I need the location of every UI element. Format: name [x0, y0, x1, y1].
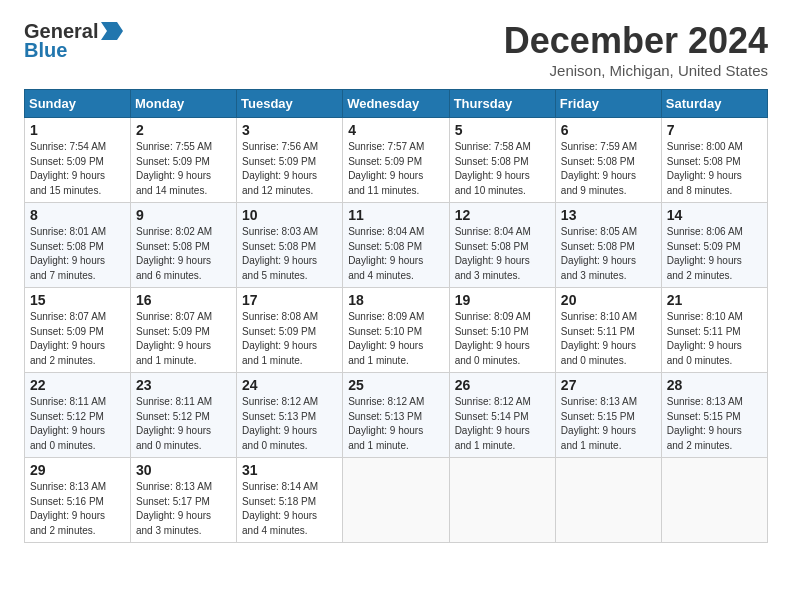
day-info: Sunrise: 8:00 AM Sunset: 5:08 PM Dayligh… [667, 140, 762, 198]
day-number: 9 [136, 207, 231, 223]
page-header: General Blue December 2024 Jenison, Mich… [24, 20, 768, 79]
day-info: Sunrise: 8:02 AM Sunset: 5:08 PM Dayligh… [136, 225, 231, 283]
weekday-header: Friday [555, 90, 661, 118]
calendar-cell: 7Sunrise: 8:00 AM Sunset: 5:08 PM Daylig… [661, 118, 767, 203]
day-info: Sunrise: 7:57 AM Sunset: 5:09 PM Dayligh… [348, 140, 443, 198]
day-info: Sunrise: 7:56 AM Sunset: 5:09 PM Dayligh… [242, 140, 337, 198]
day-number: 18 [348, 292, 443, 308]
logo-blue: Blue [24, 39, 67, 61]
day-number: 10 [242, 207, 337, 223]
day-number: 25 [348, 377, 443, 393]
day-number: 3 [242, 122, 337, 138]
calendar-cell [449, 458, 555, 543]
day-info: Sunrise: 8:12 AM Sunset: 5:13 PM Dayligh… [348, 395, 443, 453]
calendar-cell: 26Sunrise: 8:12 AM Sunset: 5:14 PM Dayli… [449, 373, 555, 458]
title-block: December 2024 Jenison, Michigan, United … [504, 20, 768, 79]
day-info: Sunrise: 8:13 AM Sunset: 5:15 PM Dayligh… [561, 395, 656, 453]
calendar-header-row: SundayMondayTuesdayWednesdayThursdayFrid… [25, 90, 768, 118]
calendar-cell: 14Sunrise: 8:06 AM Sunset: 5:09 PM Dayli… [661, 203, 767, 288]
day-info: Sunrise: 8:09 AM Sunset: 5:10 PM Dayligh… [348, 310, 443, 368]
calendar-cell: 3Sunrise: 7:56 AM Sunset: 5:09 PM Daylig… [237, 118, 343, 203]
calendar-cell: 4Sunrise: 7:57 AM Sunset: 5:09 PM Daylig… [343, 118, 449, 203]
day-info: Sunrise: 8:01 AM Sunset: 5:08 PM Dayligh… [30, 225, 125, 283]
calendar-cell: 30Sunrise: 8:13 AM Sunset: 5:17 PM Dayli… [131, 458, 237, 543]
calendar-cell: 18Sunrise: 8:09 AM Sunset: 5:10 PM Dayli… [343, 288, 449, 373]
day-info: Sunrise: 8:13 AM Sunset: 5:17 PM Dayligh… [136, 480, 231, 538]
day-number: 13 [561, 207, 656, 223]
day-number: 24 [242, 377, 337, 393]
day-number: 12 [455, 207, 550, 223]
day-number: 26 [455, 377, 550, 393]
day-info: Sunrise: 8:14 AM Sunset: 5:18 PM Dayligh… [242, 480, 337, 538]
calendar-week-row: 1Sunrise: 7:54 AM Sunset: 5:09 PM Daylig… [25, 118, 768, 203]
calendar-cell: 11Sunrise: 8:04 AM Sunset: 5:08 PM Dayli… [343, 203, 449, 288]
calendar-week-row: 22Sunrise: 8:11 AM Sunset: 5:12 PM Dayli… [25, 373, 768, 458]
day-info: Sunrise: 8:08 AM Sunset: 5:09 PM Dayligh… [242, 310, 337, 368]
calendar-cell: 5Sunrise: 7:58 AM Sunset: 5:08 PM Daylig… [449, 118, 555, 203]
calendar-cell: 6Sunrise: 7:59 AM Sunset: 5:08 PM Daylig… [555, 118, 661, 203]
day-info: Sunrise: 8:06 AM Sunset: 5:09 PM Dayligh… [667, 225, 762, 283]
day-number: 15 [30, 292, 125, 308]
calendar-cell [343, 458, 449, 543]
day-number: 20 [561, 292, 656, 308]
day-number: 28 [667, 377, 762, 393]
day-info: Sunrise: 8:09 AM Sunset: 5:10 PM Dayligh… [455, 310, 550, 368]
calendar-cell [661, 458, 767, 543]
day-number: 19 [455, 292, 550, 308]
logo-icon [101, 22, 123, 40]
day-info: Sunrise: 8:13 AM Sunset: 5:16 PM Dayligh… [30, 480, 125, 538]
day-number: 6 [561, 122, 656, 138]
calendar-cell: 17Sunrise: 8:08 AM Sunset: 5:09 PM Dayli… [237, 288, 343, 373]
day-info: Sunrise: 8:07 AM Sunset: 5:09 PM Dayligh… [30, 310, 125, 368]
calendar-cell: 15Sunrise: 8:07 AM Sunset: 5:09 PM Dayli… [25, 288, 131, 373]
calendar-cell: 22Sunrise: 8:11 AM Sunset: 5:12 PM Dayli… [25, 373, 131, 458]
day-info: Sunrise: 8:04 AM Sunset: 5:08 PM Dayligh… [455, 225, 550, 283]
calendar-cell: 16Sunrise: 8:07 AM Sunset: 5:09 PM Dayli… [131, 288, 237, 373]
day-number: 27 [561, 377, 656, 393]
calendar-cell [555, 458, 661, 543]
calendar-cell: 8Sunrise: 8:01 AM Sunset: 5:08 PM Daylig… [25, 203, 131, 288]
day-info: Sunrise: 7:55 AM Sunset: 5:09 PM Dayligh… [136, 140, 231, 198]
day-number: 22 [30, 377, 125, 393]
calendar-cell: 24Sunrise: 8:12 AM Sunset: 5:13 PM Dayli… [237, 373, 343, 458]
calendar-cell: 25Sunrise: 8:12 AM Sunset: 5:13 PM Dayli… [343, 373, 449, 458]
day-info: Sunrise: 8:12 AM Sunset: 5:13 PM Dayligh… [242, 395, 337, 453]
calendar-cell: 28Sunrise: 8:13 AM Sunset: 5:15 PM Dayli… [661, 373, 767, 458]
calendar-table: SundayMondayTuesdayWednesdayThursdayFrid… [24, 89, 768, 543]
day-info: Sunrise: 8:05 AM Sunset: 5:08 PM Dayligh… [561, 225, 656, 283]
calendar-cell: 2Sunrise: 7:55 AM Sunset: 5:09 PM Daylig… [131, 118, 237, 203]
day-info: Sunrise: 8:04 AM Sunset: 5:08 PM Dayligh… [348, 225, 443, 283]
calendar-cell: 12Sunrise: 8:04 AM Sunset: 5:08 PM Dayli… [449, 203, 555, 288]
day-number: 17 [242, 292, 337, 308]
title-location: Jenison, Michigan, United States [504, 62, 768, 79]
day-info: Sunrise: 8:07 AM Sunset: 5:09 PM Dayligh… [136, 310, 231, 368]
day-info: Sunrise: 7:59 AM Sunset: 5:08 PM Dayligh… [561, 140, 656, 198]
day-info: Sunrise: 7:58 AM Sunset: 5:08 PM Dayligh… [455, 140, 550, 198]
day-number: 14 [667, 207, 762, 223]
weekday-header: Tuesday [237, 90, 343, 118]
logo: General Blue [24, 20, 123, 61]
calendar-cell: 27Sunrise: 8:13 AM Sunset: 5:15 PM Dayli… [555, 373, 661, 458]
day-number: 30 [136, 462, 231, 478]
day-number: 2 [136, 122, 231, 138]
title-month: December 2024 [504, 20, 768, 62]
day-number: 11 [348, 207, 443, 223]
day-info: Sunrise: 8:12 AM Sunset: 5:14 PM Dayligh… [455, 395, 550, 453]
calendar-week-row: 15Sunrise: 8:07 AM Sunset: 5:09 PM Dayli… [25, 288, 768, 373]
calendar-week-row: 29Sunrise: 8:13 AM Sunset: 5:16 PM Dayli… [25, 458, 768, 543]
weekday-header: Monday [131, 90, 237, 118]
day-number: 31 [242, 462, 337, 478]
calendar-cell: 13Sunrise: 8:05 AM Sunset: 5:08 PM Dayli… [555, 203, 661, 288]
day-number: 8 [30, 207, 125, 223]
svg-marker-0 [101, 22, 123, 40]
weekday-header: Thursday [449, 90, 555, 118]
calendar-cell: 21Sunrise: 8:10 AM Sunset: 5:11 PM Dayli… [661, 288, 767, 373]
day-info: Sunrise: 8:10 AM Sunset: 5:11 PM Dayligh… [561, 310, 656, 368]
calendar-cell: 9Sunrise: 8:02 AM Sunset: 5:08 PM Daylig… [131, 203, 237, 288]
day-number: 16 [136, 292, 231, 308]
day-info: Sunrise: 8:11 AM Sunset: 5:12 PM Dayligh… [30, 395, 125, 453]
calendar-cell: 20Sunrise: 8:10 AM Sunset: 5:11 PM Dayli… [555, 288, 661, 373]
calendar-cell: 29Sunrise: 8:13 AM Sunset: 5:16 PM Dayli… [25, 458, 131, 543]
day-number: 29 [30, 462, 125, 478]
weekday-header: Saturday [661, 90, 767, 118]
